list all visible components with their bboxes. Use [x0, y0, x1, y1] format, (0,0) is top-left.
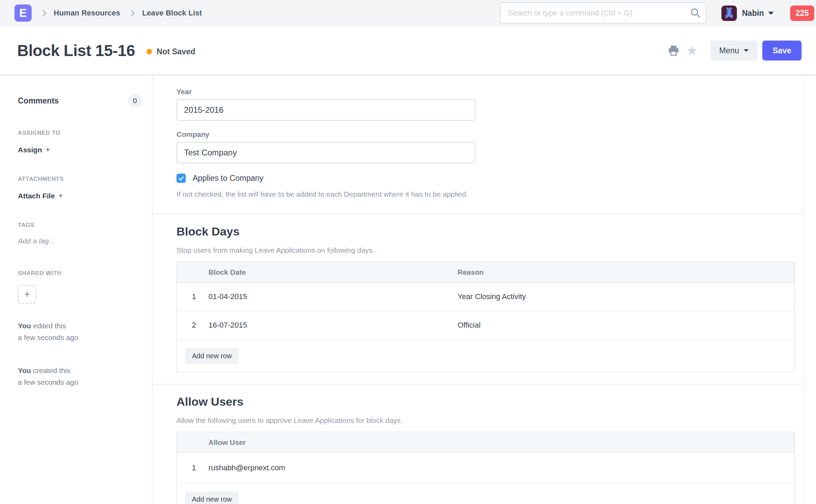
chevron-down-icon	[768, 12, 774, 15]
shared-with-heading: SHARED WITH	[18, 270, 142, 277]
block-date-cell[interactable]: 01-04-2015	[204, 292, 454, 301]
add-new-row-button[interactable]: Add new row	[185, 491, 239, 504]
form-sidebar: Comments 0 ASSIGNED TO Assign+ ATTACHMEN…	[0, 75, 152, 504]
assign-label: Assign	[18, 146, 42, 154]
attachments-heading: ATTACHMENTS	[18, 176, 142, 183]
edited-action: edited this	[33, 322, 66, 330]
notification-count-badge[interactable]: 225	[790, 6, 814, 21]
assign-button[interactable]: Assign+	[18, 145, 142, 154]
row-index: 1	[177, 463, 204, 472]
edited-timeline-entry: You edited this a few seconds ago	[18, 320, 142, 343]
year-input[interactable]	[176, 99, 475, 121]
edited-when: a few seconds ago	[18, 333, 78, 341]
star-icon: ★	[686, 44, 698, 57]
favourite-button[interactable]: ★	[679, 44, 698, 57]
breadcrumb-chevron-icon	[40, 10, 46, 17]
allow-users-description: Allow the following users to approve Lea…	[176, 416, 794, 425]
navbar: E Human Resources Leave Block List	[0, 0, 816, 26]
attach-file-label: Attach File	[18, 192, 55, 200]
chevron-down-icon	[744, 49, 749, 52]
page-head: Block List 15-16 Not Saved ★ Menu Save	[0, 26, 816, 75]
block-days-description: Stop users from making Leave Application…	[176, 246, 794, 255]
breadcrumb-leave-block-list[interactable]: Leave Block List	[142, 9, 202, 18]
details-section: Year Company Applies to Company If not c…	[152, 75, 803, 214]
page-actions: ★ Menu Save	[668, 41, 802, 61]
allow-users-heading: Allow Users	[176, 395, 794, 408]
add-new-row-button[interactable]: Add new row	[185, 348, 239, 364]
leave-block-list-page: E Human Resources Leave Block List	[0, 0, 816, 504]
search-icon	[690, 8, 701, 20]
allow-user-cell[interactable]: rushabh@erpnext.com	[204, 463, 454, 472]
row-index: 1	[177, 292, 204, 301]
allow-users-grid-footer: Add new row	[177, 483, 794, 504]
allow-users-grid: Allow User 1 rushabh@erpnext.com Add new…	[176, 432, 795, 504]
printer-icon	[668, 45, 679, 56]
company-field: Company	[176, 130, 794, 163]
block-date-column-header: Block Date	[204, 268, 454, 276]
user-name[interactable]: Nabin	[742, 9, 764, 18]
created-action: created this	[33, 366, 71, 374]
sidebar-comments[interactable]: Comments 0	[18, 94, 142, 108]
allow-users-section: Allow Users Allow the following users to…	[152, 384, 803, 504]
created-who: You	[18, 366, 31, 374]
reason-cell[interactable]: Year Closing Activity	[454, 292, 794, 301]
block-days-row[interactable]: 1 01-04-2015 Year Closing Activity	[177, 283, 794, 311]
tags-heading: TAGS	[18, 222, 142, 229]
block-days-section: Block Days Stop users from making Leave …	[152, 214, 803, 384]
reason-cell[interactable]: Official	[454, 321, 794, 330]
year-field: Year	[176, 88, 794, 121]
search-input[interactable]	[500, 2, 706, 24]
allow-user-column-header: Allow User	[204, 438, 454, 447]
page-title: Block List 15-16	[17, 41, 135, 60]
block-date-cell[interactable]: 16-07-2015	[204, 321, 454, 330]
breadcrumb-human-resources[interactable]: Human Resources	[54, 9, 120, 18]
assigned-to-heading: ASSIGNED TO	[18, 130, 142, 136]
save-button[interactable]: Save	[762, 41, 802, 61]
allow-users-grid-header: Allow User	[177, 432, 794, 453]
plus-icon: +	[58, 191, 63, 200]
company-label: Company	[176, 130, 794, 139]
save-status-indicator: Not Saved	[147, 47, 195, 56]
applies-to-company-field[interactable]: Applies to Company	[176, 174, 794, 183]
edited-who: You	[18, 322, 31, 330]
breadcrumb-chevron-icon	[128, 10, 135, 17]
app-logo[interactable]: E	[14, 4, 32, 22]
form-body: Year Company Applies to Company If not c…	[152, 75, 804, 504]
status-dot-icon	[147, 49, 152, 54]
attach-file-button[interactable]: Attach File+	[18, 191, 142, 200]
allow-users-row[interactable]: 1 rushabh@erpnext.com	[177, 453, 794, 483]
robot-avatar-icon	[723, 8, 735, 19]
check-icon	[178, 175, 184, 182]
global-search	[500, 2, 706, 24]
company-input[interactable]	[176, 142, 475, 163]
comments-count-badge: 0	[128, 94, 142, 108]
created-when: a few seconds ago	[18, 378, 78, 386]
share-add-button[interactable]: +	[18, 285, 36, 304]
applies-to-company-checkbox[interactable]	[176, 174, 186, 183]
block-days-grid-header: Block Date Reason	[177, 262, 794, 283]
comments-label: Comments	[18, 96, 59, 106]
applies-to-company-help: If not checked, the list will have to be…	[176, 188, 476, 200]
menu-button-label: Menu	[719, 46, 739, 55]
menu-button[interactable]: Menu	[710, 41, 758, 61]
plus-icon: +	[45, 145, 50, 154]
row-index: 2	[177, 321, 204, 330]
user-avatar[interactable]	[721, 6, 737, 21]
add-tag-input[interactable]: Add a tag...	[18, 237, 142, 245]
reason-column-header: Reason	[454, 268, 794, 276]
created-timeline-entry: You created this a few seconds ago	[18, 365, 142, 388]
print-button[interactable]	[668, 45, 679, 56]
block-days-grid: Block Date Reason 1 01-04-2015 Year Clos…	[176, 262, 795, 372]
status-text: Not Saved	[157, 47, 195, 56]
block-days-row[interactable]: 2 16-07-2015 Official	[177, 311, 794, 340]
block-days-grid-footer: Add new row	[177, 340, 794, 372]
year-label: Year	[176, 88, 794, 96]
block-days-heading: Block Days	[176, 224, 794, 238]
applies-to-company-label: Applies to Company	[193, 174, 264, 183]
